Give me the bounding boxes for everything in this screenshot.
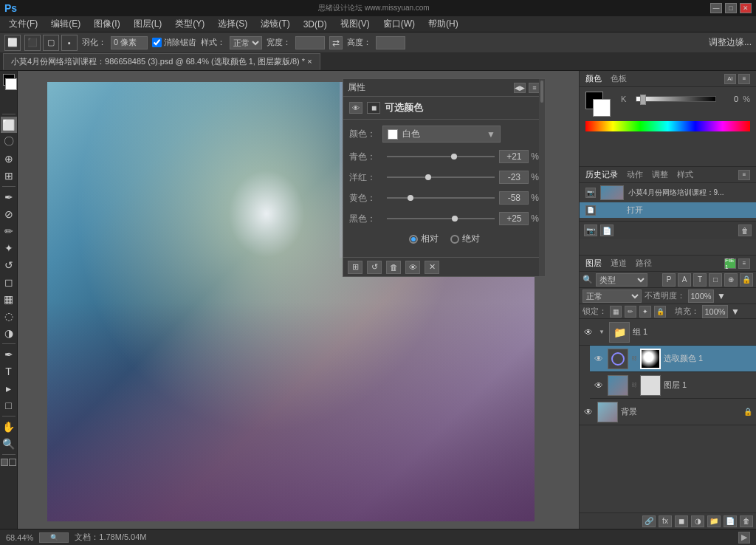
intersect-selection-btn[interactable]: ▪ xyxy=(61,35,78,51)
yellow-value-box[interactable]: -58 xyxy=(499,191,529,205)
add-adjustment-btn[interactable]: ◑ xyxy=(691,515,704,527)
feather-input[interactable] xyxy=(111,36,148,49)
layer-type-filter[interactable]: 类型 xyxy=(596,273,647,287)
layer-1[interactable]: 👁 ⛓ 图层 1 xyxy=(590,372,756,399)
rectangular-marquee-tool[interactable]: ⬜ xyxy=(1,117,17,133)
menu-image[interactable]: 图像(I) xyxy=(88,16,126,32)
cyan-thumb[interactable] xyxy=(451,154,457,160)
layer-background[interactable]: 👁 背景 🔒 xyxy=(580,399,756,425)
tab-paths[interactable]: 路径 xyxy=(636,258,652,269)
prop-add-to-swatches-btn[interactable]: ⊞ xyxy=(348,261,362,274)
standard-screen-btn[interactable] xyxy=(1,459,8,466)
healing-brush-tool[interactable]: ⊘ xyxy=(1,206,17,222)
color-spectrum[interactable] xyxy=(585,121,750,131)
relative-radio[interactable]: 相对 xyxy=(409,233,439,245)
lock-pixels-btn[interactable]: ✏ xyxy=(625,306,636,318)
cyan-value-box[interactable]: +21 xyxy=(499,150,529,163)
width-input[interactable] xyxy=(295,36,325,49)
tab-adjustments[interactable]: 调整 xyxy=(652,169,668,180)
add-selection-btn[interactable]: ⬛ xyxy=(24,35,41,51)
yellow-thumb[interactable] xyxy=(408,195,413,201)
zoom-indicator[interactable]: 🔍 xyxy=(39,532,69,543)
tab-layers[interactable]: 图层 xyxy=(585,258,602,269)
height-input[interactable] xyxy=(376,36,405,49)
tab-channels[interactable]: 通道 xyxy=(611,258,627,269)
clone-stamp-tool[interactable]: ✦ xyxy=(1,240,17,256)
tab-actions[interactable]: 动作 xyxy=(627,169,643,180)
history-new-doc-btn[interactable]: 📄 xyxy=(600,224,614,236)
blend-mode-select[interactable]: 正常 xyxy=(583,289,642,303)
gradient-tool[interactable]: ▦ xyxy=(1,291,17,307)
add-mask-btn[interactable]: ◼ xyxy=(675,515,688,527)
magenta-value-box[interactable]: -23 xyxy=(499,171,529,184)
background-color[interactable] xyxy=(5,78,17,90)
black-value-box[interactable]: +25 xyxy=(499,212,529,225)
brush-tool[interactable]: ✏ xyxy=(1,223,17,239)
filter-shape-btn[interactable]: □ xyxy=(709,273,722,287)
layer-eye-sc1[interactable]: 👁 xyxy=(593,353,605,365)
tab-history[interactable]: 历史记录 xyxy=(585,169,618,180)
black-slider[interactable] xyxy=(387,213,495,224)
delete-layer-btn[interactable]: 🗑 xyxy=(740,515,753,527)
lock-transparent-btn[interactable]: ▦ xyxy=(610,306,622,318)
fill-input[interactable] xyxy=(702,305,728,318)
history-new-snapshot-btn[interactable]: 📷 xyxy=(584,224,597,236)
absolute-radio[interactable]: 绝对 xyxy=(450,233,480,245)
history-panel-menu[interactable]: ≡ xyxy=(738,170,750,180)
history-item-action[interactable]: 📄 打开 xyxy=(580,202,756,218)
window-controls[interactable]: — □ ✕ xyxy=(710,3,752,13)
layer-eye-l1[interactable]: 👁 xyxy=(593,380,605,391)
lock-all-btn[interactable]: 🔒 xyxy=(654,306,666,318)
prop-visibility-btn[interactable]: 👁 xyxy=(349,102,362,114)
menu-select[interactable]: 选择(S) xyxy=(212,16,253,32)
zoom-tool[interactable]: 🔍 xyxy=(1,436,17,452)
document-tab[interactable]: 小莫4月份网络培训课程：986658485 (3).psd @ 68.4% (选… xyxy=(3,53,320,70)
adjust-edge-btn[interactable]: 调整边缘... xyxy=(709,36,752,49)
history-item-open-file[interactable]: 📷 小莫4月份网络培训课程：9... xyxy=(580,183,756,202)
style-select[interactable]: 正常 xyxy=(230,36,262,49)
link-layers-btn[interactable]: 🔗 xyxy=(642,515,656,527)
fg-bg-colors[interactable] xyxy=(3,74,15,86)
yellow-slider[interactable] xyxy=(387,192,495,204)
magenta-slider[interactable] xyxy=(387,171,495,183)
color-dropdown[interactable]: 白色 ▼ xyxy=(382,126,501,143)
k-slider-track[interactable] xyxy=(636,96,716,102)
lasso-tool[interactable]: 〇 xyxy=(1,134,17,150)
blur-tool[interactable]: ◌ xyxy=(1,308,17,324)
menu-edit[interactable]: 编辑(E) xyxy=(45,16,86,32)
anti-alias-checkbox[interactable]: 消除锯齿 xyxy=(152,37,196,48)
shape-tool[interactable]: □ xyxy=(1,397,17,414)
minimize-button[interactable]: — xyxy=(710,3,722,13)
tab-styles[interactable]: 样式 xyxy=(677,169,693,180)
fill-arrow-btn[interactable]: ▼ xyxy=(731,307,740,316)
lock-position-btn[interactable]: ✦ xyxy=(639,306,651,318)
menu-window[interactable]: 窗口(W) xyxy=(377,16,421,32)
history-brush-tool[interactable]: ↺ xyxy=(1,257,17,273)
maximize-button[interactable]: □ xyxy=(725,3,737,13)
history-delete-btn[interactable]: 🗑 xyxy=(738,224,752,236)
tab-swatches[interactable]: 色板 xyxy=(611,73,627,84)
text-tool[interactable]: T xyxy=(1,363,17,380)
prop-delete-btn[interactable]: 🗑 xyxy=(386,261,401,274)
color-panel-btn[interactable]: AI xyxy=(724,74,736,84)
prop-visibility-toggle-btn[interactable]: 👁 xyxy=(405,261,420,274)
subtract-selection-btn[interactable]: ▢ xyxy=(43,35,59,51)
menu-3d[interactable]: 3D(D) xyxy=(298,18,333,31)
statusbar-btn[interactable]: ▶ xyxy=(738,532,750,544)
prop-type-icon[interactable]: ◼ xyxy=(367,102,380,114)
color-panel-menu[interactable]: ≡ xyxy=(738,74,750,84)
layer-eye-bg[interactable]: 👁 xyxy=(583,406,594,418)
background-swatch[interactable] xyxy=(593,99,611,117)
prop-reset-btn[interactable]: ↺ xyxy=(367,261,382,274)
anti-alias-check[interactable] xyxy=(152,38,162,47)
prop-remove-btn[interactable]: ✕ xyxy=(425,261,439,274)
scrollbar-thumb[interactable] xyxy=(540,80,543,103)
filter-pixel-btn[interactable]: P xyxy=(662,273,676,287)
magenta-thumb[interactable] xyxy=(425,174,431,180)
black-thumb[interactable] xyxy=(452,216,458,222)
layers-panel-menu[interactable]: ≡ xyxy=(738,258,750,269)
create-layer-btn[interactable]: 📄 xyxy=(724,515,737,527)
close-button[interactable]: ✕ xyxy=(740,3,752,13)
layer-eye-group1[interactable]: 👁 xyxy=(583,326,594,338)
eraser-tool[interactable]: ◻ xyxy=(1,274,17,290)
